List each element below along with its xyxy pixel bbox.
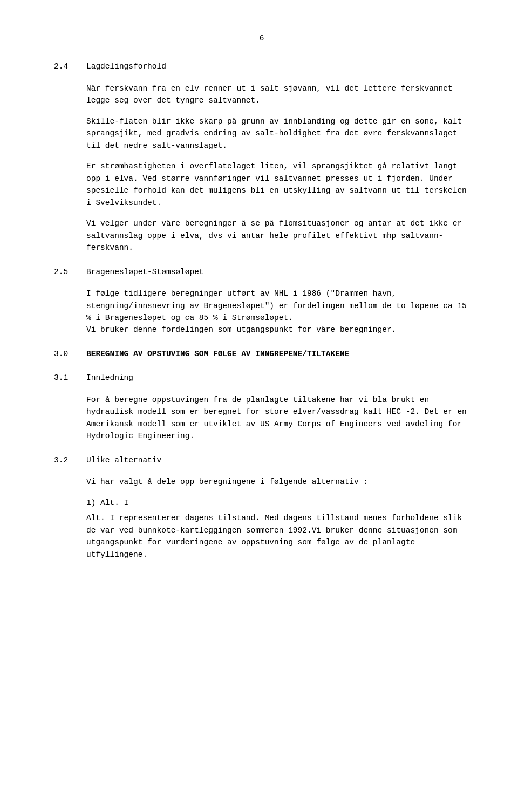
list-item-1-text: Alt. I representerer dagens tilstand. Me…: [86, 512, 469, 561]
section-3-0-number: 3.0: [54, 348, 86, 360]
section-3-2-heading: 3.2 Ulike alternativ: [54, 454, 469, 466]
section-3-2-number: 3.2: [54, 454, 86, 466]
section-3-1-title: Innledning: [86, 372, 133, 384]
section-3-2: 3.2 Ulike alternativ Vi har valgt å dele…: [54, 454, 469, 561]
section-2-4-number: 2.4: [54, 60, 86, 72]
section-2-4-para-1: Når ferskvann fra en elv renner ut i sal…: [86, 83, 469, 107]
section-2-4-heading: 2.4 Lagdelingsforhold: [54, 60, 469, 72]
section-3-1: 3.1 Innledning For å beregne oppstuvinge…: [54, 372, 469, 442]
page-number-text: 6: [260, 34, 264, 43]
section-3-0: 3.0 BEREGNING AV OPSTUVING SOM FØLGE AV …: [54, 348, 469, 360]
section-2-4: 2.4 Lagdelingsforhold Når ferskvann fra …: [54, 60, 469, 254]
section-2-5-number: 2.5: [54, 266, 86, 278]
section-3-1-number: 3.1: [54, 372, 86, 384]
section-3-0-heading: 3.0 BEREGNING AV OPSTUVING SOM FØLGE AV …: [54, 348, 469, 360]
list-item-1-label: 1) Alt. I: [86, 497, 469, 509]
section-3-2-para-1: Vi har valgt å dele opp beregningene i f…: [86, 476, 469, 488]
list-item-1: 1) Alt. I Alt. I representerer dagens ti…: [86, 497, 469, 561]
section-3-2-title: Ulike alternativ: [86, 454, 161, 466]
section-3-0-title: BEREGNING AV OPSTUVING SOM FØLGE AV INNG…: [86, 348, 349, 360]
section-2-5-title: Bragenesløpet-Stømsøløpet: [86, 266, 204, 278]
page-number: 6: [54, 32, 469, 44]
section-3-1-heading: 3.1 Innledning: [54, 372, 469, 384]
page: 6 2.4 Lagdelingsforhold Når ferskvann fr…: [0, 0, 518, 812]
section-2-4-para-3: Er strømhastigheten i overflatelaget lit…: [86, 160, 469, 209]
section-2-4-para-2: Skille-flaten blir ikke skarp på grunn a…: [86, 115, 469, 152]
section-3-1-para-1: For å beregne oppstuvingen fra de planla…: [86, 394, 469, 442]
section-2-5: 2.5 Bragenesløpet-Stømsøløpet I følge ti…: [54, 266, 469, 336]
section-2-4-title: Lagdelingsforhold: [86, 60, 166, 72]
section-2-4-para-4: Vi velger under våre beregninger å se på…: [86, 217, 469, 254]
section-2-5-heading: 2.5 Bragenesløpet-Stømsøløpet: [54, 266, 469, 278]
section-2-5-para-1: I følge tidligere beregninger utført av …: [86, 288, 469, 336]
word-of: of: [326, 420, 335, 428]
